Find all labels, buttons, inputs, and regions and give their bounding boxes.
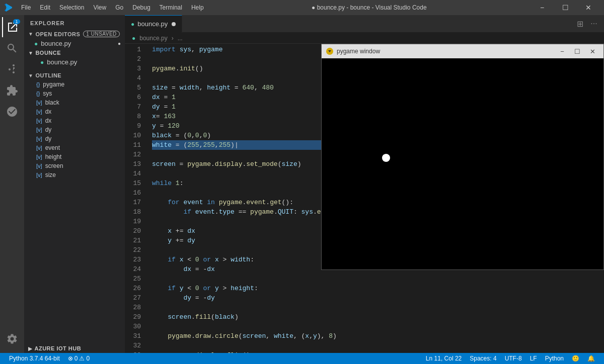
status-errors[interactable]: ⊗ 0 ⚠ 0 <box>64 353 94 364</box>
more-actions-button[interactable]: ··· <box>588 18 600 30</box>
menu-view[interactable]: View <box>89 3 110 12</box>
unsaved-badge: 1 UNSAVED <box>83 31 119 37</box>
code-line-31: pygame.draw.circle(screen, white, (x,y),… <box>152 331 604 341</box>
code-line-26: if y < 0 or y > height: <box>152 284 604 293</box>
azure-iot-label: AZURE IOT HUB <box>35 345 82 351</box>
minimize-button[interactable]: − <box>531 0 554 15</box>
status-bar: Python 3.7.4 64-bit ⊗ 0 ⚠ 0 Ln 11, Col 2… <box>0 353 604 364</box>
warning-icon: ⚠ <box>79 355 85 362</box>
status-feedback[interactable]: 🙂 <box>568 353 583 364</box>
language-text: Python <box>545 355 564 362</box>
menu-edit[interactable]: Edit <box>36 3 54 12</box>
error-icon: ⊗ <box>68 355 73 362</box>
breadcrumb-separator: › <box>172 35 174 42</box>
pygame-close-button[interactable]: ✕ <box>585 46 599 57</box>
code-line-32 <box>152 341 604 350</box>
bounce-folder-header[interactable]: ▼ BOUNCE <box>24 48 125 57</box>
status-spaces[interactable]: Spaces: 4 <box>466 353 500 364</box>
pygame-ball <box>382 154 390 162</box>
activity-explorer[interactable]: 1 <box>2 17 22 37</box>
sidebar: EXPLORER ▼ OPEN EDITORS 1 UNSAVED ● boun… <box>24 15 125 353</box>
outline-label: OUTLINE <box>35 72 61 78</box>
outline-pygame[interactable]: {} pygame <box>24 80 125 89</box>
pygame-window[interactable]: pygame window − ☐ ✕ <box>321 44 604 270</box>
tab-filename: bounce.py <box>137 20 168 28</box>
outline-screen-icon: [v] <box>36 163 42 169</box>
breadcrumb-filename[interactable]: bounce.py <box>139 35 167 42</box>
outline-dy2[interactable]: [v] dy <box>24 134 125 143</box>
pygame-titlebar: pygame window − ☐ ✕ <box>322 44 603 58</box>
titlebar-controls: − ☐ ✕ <box>531 0 600 15</box>
outline-screen[interactable]: [v] screen <box>24 161 125 170</box>
status-line-col[interactable]: Ln 11, Col 22 <box>422 353 466 364</box>
editor-content[interactable]: 1234 5678 9101112 13141516 17181920 2122… <box>125 44 604 353</box>
outline-dx2-icon: [v] <box>36 118 42 124</box>
status-python-version[interactable]: Python 3.7.4 64-bit <box>5 353 64 364</box>
pygame-window-title: pygame window <box>337 48 380 55</box>
breadcrumb-path[interactable]: ... <box>178 35 183 42</box>
outline-size[interactable]: [v] size <box>24 170 125 179</box>
outline-sys[interactable]: {} sys <box>24 89 125 98</box>
code-line-30 <box>152 322 604 331</box>
open-editors-label: OPEN EDITORS <box>35 31 80 37</box>
menu-selection[interactable]: Selection <box>55 3 88 12</box>
outline-dx2[interactable]: [v] dx <box>24 116 125 125</box>
encoding-text: UTF-8 <box>505 355 522 362</box>
spaces-text: Spaces: 4 <box>470 355 496 362</box>
menu-terminal[interactable]: Terminal <box>156 3 186 12</box>
code-line-29: screen.fill(black) <box>152 312 604 322</box>
open-editor-filename: bounce.py <box>41 40 71 47</box>
activity-remote[interactable] <box>2 102 22 122</box>
close-button[interactable]: ✕ <box>577 0 600 15</box>
outline-chevron: ▼ <box>28 73 33 78</box>
folder-bouncepy[interactable]: ● bounce.py <box>24 57 125 67</box>
pygame-maximize-button[interactable]: ☐ <box>570 46 584 57</box>
pygame-window-controls: − ☐ ✕ <box>555 46 599 57</box>
pygame-app-icon <box>326 47 334 55</box>
menu-help[interactable]: Help <box>187 3 208 12</box>
outline-dy1[interactable]: [v] dy <box>24 125 125 134</box>
activity-source-control[interactable] <box>2 59 22 79</box>
outline-black-label: black <box>45 99 59 106</box>
code-line-33: pygame.display.flip() <box>152 350 604 353</box>
open-editor-bouncepy[interactable]: ● bounce.py ● <box>24 39 125 48</box>
titlebar-menu: File Edit Selection View Go Debug Termin… <box>17 3 208 12</box>
status-encoding[interactable]: UTF-8 <box>501 353 526 364</box>
menu-debug[interactable]: Debug <box>128 3 154 12</box>
status-left: Python 3.7.4 64-bit ⊗ 0 ⚠ 0 <box>5 353 94 364</box>
open-editors-section[interactable]: ▼ OPEN EDITORS 1 UNSAVED <box>24 29 125 39</box>
activity-search[interactable] <box>2 38 22 58</box>
outline-section[interactable]: ▼ OUTLINE <box>24 71 125 80</box>
tab-bouncepy[interactable]: ● bounce.py <box>125 15 182 33</box>
pygame-minimize-button[interactable]: − <box>555 46 569 57</box>
activity-settings[interactable] <box>2 329 22 349</box>
outline-event-icon: [v] <box>36 145 42 151</box>
main-layout: 1 <box>0 15 604 353</box>
outline-dy1-icon: [v] <box>36 127 42 133</box>
outline-event-label: event <box>45 144 60 151</box>
python-version-text: Python 3.7.4 64-bit <box>9 355 60 362</box>
outline-height[interactable]: [v] height <box>24 152 125 161</box>
tab-unsaved-indicator <box>172 22 176 26</box>
status-language[interactable]: Python <box>541 353 568 364</box>
outline-event[interactable]: [v] event <box>24 143 125 152</box>
sidebar-title: EXPLORER <box>24 15 125 29</box>
menu-file[interactable]: File <box>17 3 35 12</box>
activity-bar: 1 <box>0 15 24 353</box>
split-editor-button[interactable]: ⊞ <box>574 18 586 30</box>
outline-height-icon: [v] <box>36 154 42 160</box>
azure-iot-section[interactable]: ▶ AZURE IOT HUB <box>24 344 125 353</box>
outline-dx1[interactable]: [v] dx <box>24 107 125 116</box>
tab-python-icon: ● <box>131 21 134 28</box>
tab-actions: ⊞ ··· <box>574 18 604 30</box>
activity-extensions[interactable] <box>2 80 22 101</box>
warning-count: 0 <box>86 355 90 362</box>
status-bell[interactable]: 🔔 <box>583 353 599 364</box>
bounce-folder-label: BOUNCE <box>35 50 61 56</box>
maximize-button[interactable]: ☐ <box>554 0 577 15</box>
outline-black[interactable]: [v] black <box>24 98 125 107</box>
python-file-icon: ● <box>34 40 38 47</box>
status-line-ending[interactable]: LF <box>526 353 541 364</box>
menu-go[interactable]: Go <box>111 3 127 12</box>
outline-height-label: height <box>45 153 62 160</box>
